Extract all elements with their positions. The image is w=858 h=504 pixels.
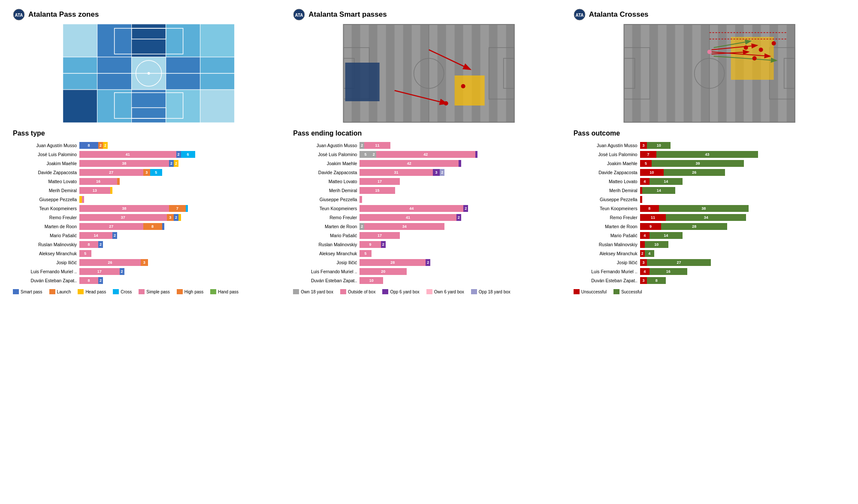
player-label: Marten de Roon bbox=[574, 224, 640, 229]
bar-segment: 10 bbox=[647, 142, 671, 149]
bar-area bbox=[640, 196, 845, 203]
player-label: Luis Fernando Muriel .. bbox=[293, 269, 360, 274]
bar-segment: 2 bbox=[98, 142, 103, 149]
bar-segment: 17 bbox=[79, 268, 120, 275]
bar-area: 3132 bbox=[360, 169, 565, 176]
bar-segment: 2 bbox=[372, 151, 376, 158]
bar-segment: 17 bbox=[360, 232, 400, 239]
panel-header-smart-passes: ATA Atalanta Smart passes bbox=[293, 9, 565, 21]
bar-segment: 8 bbox=[647, 277, 666, 284]
bar-segment: 4 bbox=[640, 178, 650, 185]
panel-title-smart-passes: Atalanta Smart passes bbox=[308, 10, 387, 19]
player-label: Aleksey Miranchuk bbox=[13, 251, 79, 256]
bar-segment: 7 bbox=[640, 151, 657, 158]
bar-segment: 16 bbox=[650, 268, 687, 275]
section-title-3: Pass outcome bbox=[574, 130, 845, 137]
bar-segment: 5 bbox=[79, 250, 91, 257]
legend-label-outside: Outside of box bbox=[348, 290, 375, 294]
bar-row: José Luis Palomino5242 bbox=[293, 151, 565, 158]
bar-area: 5242 bbox=[360, 151, 565, 158]
svg-rect-4 bbox=[132, 24, 166, 57]
bar-chart-pass-outcome: Juan Agustín Musso310José Luis Palomino7… bbox=[574, 142, 845, 286]
bar-segment bbox=[82, 196, 85, 203]
bar-row: Josip Iličić263 bbox=[13, 259, 284, 266]
bar-row: Josip Iličić282 bbox=[293, 259, 565, 266]
bar-segment: 5 bbox=[360, 250, 372, 257]
legend-label-own18: Own 18 yard box bbox=[301, 290, 333, 294]
legend-label-high: High pass bbox=[184, 290, 203, 294]
player-label: Matteo Lovato bbox=[13, 179, 79, 184]
bar-segment: 8 bbox=[640, 205, 659, 212]
bar-area: 310 bbox=[640, 142, 845, 149]
bar-segment bbox=[475, 151, 478, 158]
bar-area: 1026 bbox=[640, 169, 845, 176]
legend-label-unsuccessful: Unsuccessful bbox=[581, 290, 607, 294]
bar-segment: 16 bbox=[79, 178, 117, 185]
bar-area: 20 bbox=[360, 268, 565, 275]
player-label: Teun Koopmeiners bbox=[13, 206, 79, 211]
bar-segment: 27 bbox=[79, 169, 143, 176]
bar-row: Mario Pašalić414 bbox=[574, 232, 845, 239]
bar-segment bbox=[162, 223, 165, 230]
bar-segment: 38 bbox=[79, 160, 169, 167]
legend-high-pass: High pass bbox=[177, 289, 203, 294]
bar-segment: 6 bbox=[181, 151, 195, 158]
bar-area: 414 bbox=[640, 232, 845, 239]
svg-rect-36 bbox=[345, 63, 380, 101]
legend-label-launch: Launch bbox=[57, 290, 71, 294]
svg-text:ATA: ATA bbox=[295, 13, 303, 18]
legend-color-launch bbox=[49, 289, 55, 294]
legend-color-hand bbox=[210, 289, 216, 294]
bar-row: Marten de Roon278 bbox=[13, 223, 284, 230]
bar-segment: 4 bbox=[645, 250, 654, 257]
bar-row: Ruslan Malinovskiy10 bbox=[574, 241, 845, 248]
bar-area: 838 bbox=[640, 205, 845, 212]
bar-area: 442 bbox=[360, 205, 565, 212]
bar-area: 10 bbox=[640, 241, 845, 248]
bar-row: Mario Pašalić142 bbox=[13, 232, 284, 239]
panel-title-crosses: Atalanta Crosses bbox=[589, 10, 649, 19]
bar-area: 1134 bbox=[640, 214, 845, 221]
bar-segment: 2 bbox=[98, 277, 103, 284]
bar-segment: 10 bbox=[640, 169, 664, 176]
player-label: Joakim Maehle bbox=[293, 161, 360, 166]
bar-segment: 11 bbox=[364, 142, 390, 149]
bar-area: 3822 bbox=[79, 160, 284, 167]
bar-segment: 2 bbox=[112, 232, 117, 239]
svg-point-62 bbox=[743, 45, 748, 50]
bar-segment: 2 bbox=[360, 142, 364, 149]
bar-segment: 3 bbox=[640, 259, 647, 266]
player-label: Ruslan Malinovskiy bbox=[293, 242, 360, 247]
bar-segment: 3 bbox=[640, 277, 647, 284]
bar-segment: 27 bbox=[79, 223, 143, 230]
player-label: Teun Koopmeiners bbox=[293, 206, 360, 211]
legend-unsuccessful: Unsuccessful bbox=[574, 289, 607, 294]
bar-segment: 2 bbox=[640, 250, 645, 257]
bar-segment: 3 bbox=[143, 169, 151, 176]
bar-segment: 9 bbox=[360, 241, 381, 248]
legend-color-head bbox=[78, 289, 84, 294]
section-title-1: Pass type bbox=[13, 130, 284, 137]
bar-area: 15 bbox=[360, 187, 565, 194]
bar-area: 16 bbox=[79, 178, 284, 185]
bar-row: Teun Koopmeiners838 bbox=[574, 205, 845, 212]
bar-segment: 2 bbox=[440, 169, 444, 176]
bar-row: Luis Fernando Muriel ..172 bbox=[13, 268, 284, 275]
player-label: José Luis Palomino bbox=[13, 152, 79, 157]
player-label: Mario Pašalić bbox=[574, 233, 640, 238]
bar-row: Joakim Maehle539 bbox=[574, 160, 845, 167]
bar-segment: 14 bbox=[642, 187, 675, 194]
bar-segment: 26 bbox=[664, 169, 725, 176]
svg-rect-16 bbox=[200, 90, 235, 123]
svg-text:ATA: ATA bbox=[15, 13, 23, 18]
bar-area: 10 bbox=[360, 277, 565, 284]
crosses-pitch bbox=[574, 24, 845, 123]
bar-segment: 2 bbox=[381, 241, 386, 248]
bar-row: José Luis Palomino743 bbox=[574, 151, 845, 158]
bar-row: Juan Agustín Musso822 bbox=[13, 142, 284, 149]
bar-row: Davide Zappacosta2735 bbox=[13, 169, 284, 176]
svg-point-63 bbox=[758, 48, 763, 52]
panel-title-pass-zones: Atalanta Pass zones bbox=[28, 10, 99, 19]
section-title-2: Pass ending location bbox=[293, 130, 565, 137]
bar-area: 142 bbox=[79, 232, 284, 239]
